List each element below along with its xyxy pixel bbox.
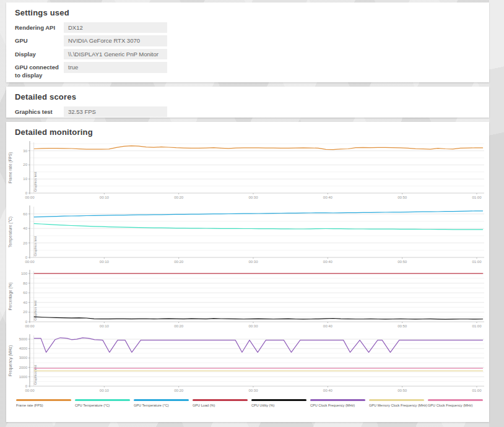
x-tick-label: 00:30 (248, 260, 258, 264)
y-tick-label: 100 (21, 272, 28, 275)
x-tick-label: 00:00 (25, 324, 35, 328)
y-tick-label: 1000 (19, 375, 28, 379)
y-tick-label: 30 (23, 149, 27, 153)
y-axis-title: Frequency (MHz) (8, 345, 13, 376)
settings-row: GPU connected to displaytrue (15, 62, 489, 79)
x-tick-label: 00:10 (100, 324, 110, 328)
y-axis-title: Percentage (%) (8, 282, 13, 310)
legend-color-bar (310, 399, 365, 401)
graphics-test-marker-label: Graphics test (33, 364, 37, 385)
legend-color-bar (251, 399, 306, 401)
settings-row: GPUNVIDIA GeForce RTX 3070 (15, 35, 489, 46)
legend-label: CPU Clock Frequency (MHz) (310, 403, 355, 407)
chart-temperature: 020406000:0000:1000:2000:3000:4000:5001:… (7, 204, 488, 269)
legend-color-bar (134, 399, 189, 401)
x-tick-label: 00:10 (100, 260, 110, 264)
graphics-test-marker-label: Graphics test (33, 300, 37, 321)
legend-color-bar (193, 399, 248, 401)
chart-legend: Frame rate (FPS)CPU Temperature (°C)GPU … (6, 397, 489, 412)
x-tick-label: 00:00 (25, 389, 35, 392)
legend-color-bar (16, 399, 71, 401)
field-value: DX12 (64, 22, 167, 33)
y-axis-title: Temperature (°C) (8, 217, 13, 248)
legend-color-bar (75, 399, 130, 401)
x-tick-label: 00:20 (174, 389, 184, 392)
x-tick-label: 00:30 (248, 324, 258, 328)
y-tick-label: 10 (23, 177, 27, 181)
detailed-scores-card: Detailed scores Graphics test32.53 FPS (6, 87, 489, 118)
settings-row: Display\\.\DISPLAY1 Generic PnP Monitor (15, 49, 489, 59)
x-tick-label: 00:20 (174, 260, 184, 264)
legend-label: CPU Temperature (°C) (75, 403, 110, 407)
legend-label: GPU Load (%) (193, 403, 215, 407)
settings-rows: Rendering APIDX12GPUNVIDIA GeForce RTX 3… (15, 22, 489, 79)
x-tick-label: 01:00 (472, 196, 482, 199)
legend-color-bar (369, 399, 424, 401)
legend-label: GPU Temperature (°C) (134, 403, 169, 407)
x-tick-label: 00:00 (25, 196, 35, 199)
x-tick-label: 00:40 (323, 260, 333, 264)
x-tick-label: 01:00 (472, 260, 482, 264)
y-tick-label: 60 (23, 291, 27, 295)
x-tick-label: 00:50 (398, 196, 407, 199)
x-tick-label: 00:50 (398, 389, 407, 392)
chart-percentage: 02040608010000:0000:1000:2000:3000:4000:… (7, 269, 488, 333)
y-tick-label: 20 (23, 241, 27, 245)
background-pattern-strip (489, 0, 504, 427)
settings-row: Rendering APIDX12 (15, 22, 489, 33)
x-tick-label: 01:00 (472, 389, 482, 392)
y-tick-label: 60 (23, 212, 27, 216)
field-value: \\.\DISPLAY1 Generic PnP Monitor (64, 49, 167, 59)
chart-frequency: 01000200030004000500000:0000:1000:2000:3… (7, 333, 488, 397)
x-tick-label: 00:10 (100, 196, 110, 199)
legend-svg: Frame rate (FPS)CPU Temperature (°C)GPU … (16, 399, 487, 409)
x-tick-label: 00:40 (323, 196, 333, 199)
graphics-test-marker-label: Graphics test (33, 236, 37, 256)
legend-label: CPU Utility (%) (251, 403, 274, 407)
x-tick-label: 00:30 (248, 389, 258, 392)
x-tick-label: 00:40 (323, 389, 333, 392)
x-tick-label: 00:20 (174, 196, 184, 199)
y-tick-label: 40 (23, 226, 27, 230)
y-tick-label: 80 (23, 282, 27, 285)
x-tick-label: 00:50 (398, 260, 407, 264)
y-tick-label: 4000 (19, 347, 28, 350)
field-value: NVIDIA GeForce RTX 3070 (64, 35, 167, 46)
x-tick-label: 01:00 (472, 324, 482, 328)
field-label: Rendering API (15, 22, 64, 32)
y-tick-label: 20 (23, 163, 27, 166)
y-tick-label: 20 (23, 310, 27, 314)
y-tick-label: 2000 (19, 366, 28, 369)
x-tick-label: 00:10 (100, 389, 110, 392)
graphics-test-marker-label: Graphics test (33, 171, 37, 192)
detailed-monitoring-title: Detailed monitoring (6, 122, 489, 137)
x-tick-label: 00:20 (174, 324, 184, 328)
y-axis-title: Frame rate (FPS) (8, 152, 13, 184)
field-value: 32.53 FPS (64, 106, 167, 117)
field-label: GPU connected to display (15, 62, 64, 79)
x-tick-label: 00:00 (25, 260, 35, 264)
x-tick-label: 00:50 (398, 324, 407, 328)
legend-label: GPU Memory Clock Frequency (MHz) (369, 403, 427, 407)
legend-label: GPU Clock Frequency (MHz) (428, 403, 473, 407)
detailed-scores-title: Detailed scores (6, 87, 489, 101)
settings-used-card: Settings used Rendering APIDX12GPUNVIDIA… (6, 2, 489, 82)
y-tick-label: 3000 (19, 356, 28, 360)
y-tick-label: 5000 (19, 337, 28, 341)
field-value: true (64, 62, 167, 72)
field-label: Graphics test (15, 106, 64, 116)
legend-color-bar (428, 399, 483, 401)
x-tick-label: 00:30 (248, 196, 258, 199)
field-label: Display (15, 49, 64, 58)
chart-frame-rate: 010203000:0000:1000:2000:3000:4000:5001:… (7, 140, 488, 204)
settings-row: Graphics test32.53 FPS (15, 106, 489, 117)
x-tick-label: 00:40 (323, 324, 333, 328)
detailed-monitoring-card: Detailed monitoring 010203000:0000:1000:… (6, 122, 489, 422)
scores-rows: Graphics test32.53 FPS (15, 106, 489, 117)
benchmark-results-page: Settings used Rendering APIDX12GPUNVIDIA… (0, 0, 504, 427)
legend-label: Frame rate (FPS) (16, 403, 43, 407)
field-label: GPU (15, 35, 64, 45)
monitoring-charts: 010203000:0000:1000:2000:3000:4000:5001:… (7, 140, 489, 397)
settings-used-title: Settings used (6, 2, 489, 17)
y-tick-label: 40 (23, 301, 27, 304)
